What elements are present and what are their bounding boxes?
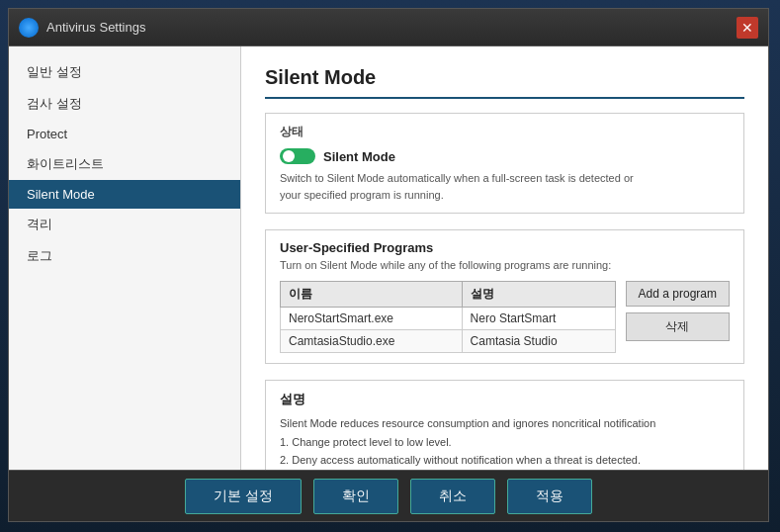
table-row[interactable]: NeroStartSmart.exe Nero StartSmart — [281, 308, 616, 330]
title-bar-text: Antivirus Settings — [46, 20, 737, 35]
col-header-desc: 설명 — [462, 282, 615, 308]
desc-text: Silent Mode reduces resource consumption… — [280, 414, 730, 470]
sidebar-item-whitelist[interactable]: 화이트리스트 — [9, 148, 240, 180]
toggle-row: Silent Mode — [280, 148, 730, 164]
program-name-0: NeroStartSmart.exe — [281, 308, 463, 330]
program-desc-1: Camtasia Studio — [462, 330, 615, 353]
cancel-button[interactable]: 취소 — [410, 479, 495, 514]
sidebar-item-quarantine[interactable]: 격리 — [9, 209, 240, 240]
close-button[interactable]: ✕ — [737, 17, 758, 39]
sidebar: 일반 설정 검사 설정 Protect 화이트리스트 Silent Mode 격… — [9, 46, 241, 470]
programs-desc: Turn on Silent Mode while any of the fol… — [280, 259, 730, 271]
desc-title: 설명 — [280, 391, 730, 408]
apply-button[interactable]: 적용 — [507, 479, 592, 514]
title-bar: Antivirus Settings ✕ — [9, 9, 768, 46]
delete-program-button[interactable]: 삭제 — [626, 312, 730, 341]
programs-content: 이름 설명 NeroStartSmart.exe Nero StartSmart — [280, 281, 730, 353]
program-desc-0: Nero StartSmart — [462, 308, 615, 330]
sidebar-item-silentmode[interactable]: Silent Mode — [9, 180, 240, 209]
dialog-body: 일반 설정 검사 설정 Protect 화이트리스트 Silent Mode 격… — [9, 46, 768, 470]
sidebar-item-log[interactable]: 로그 — [9, 240, 240, 272]
status-label: 상태 — [280, 124, 730, 140]
programs-buttons: Add a program 삭제 — [626, 281, 730, 341]
sidebar-item-protect[interactable]: Protect — [9, 120, 240, 148]
programs-section: User-Specified Programs Turn on Silent M… — [265, 229, 744, 364]
content-area: Silent Mode 상태 Silent Mode Switch to Sil… — [241, 46, 768, 470]
add-program-button[interactable]: Add a program — [626, 281, 730, 307]
programs-table: 이름 설명 NeroStartSmart.exe Nero StartSmart — [280, 281, 616, 353]
description-section: 설명 Silent Mode reduces resource consumpt… — [265, 380, 744, 470]
programs-table-wrap: 이름 설명 NeroStartSmart.exe Nero StartSmart — [280, 281, 616, 353]
app-icon — [19, 18, 39, 38]
toggle-label: Silent Mode — [323, 149, 395, 164]
silent-mode-toggle[interactable] — [280, 148, 315, 164]
program-name-1: CamtasiaStudio.exe — [281, 330, 463, 353]
toggle-description: Switch to Silent Mode automatically when… — [280, 170, 730, 203]
page-title: Silent Mode — [265, 66, 744, 99]
status-section: 상태 Silent Mode Switch to Silent Mode aut… — [265, 113, 744, 214]
col-header-name: 이름 — [281, 282, 463, 308]
confirm-button[interactable]: 확인 — [313, 479, 398, 514]
default-settings-button[interactable]: 기본 설정 — [185, 479, 302, 514]
table-row[interactable]: CamtasiaStudio.exe Camtasia Studio — [281, 330, 616, 353]
antivirus-settings-dialog: Antivirus Settings ✕ 일반 설정 검사 설정 Protect… — [8, 8, 769, 522]
footer: 기본 설정 확인 취소 적용 — [9, 470, 768, 521]
sidebar-item-scan[interactable]: 검사 설정 — [9, 88, 240, 120]
sidebar-item-general[interactable]: 일반 설정 — [9, 56, 240, 88]
programs-title: User-Specified Programs — [280, 240, 730, 255]
